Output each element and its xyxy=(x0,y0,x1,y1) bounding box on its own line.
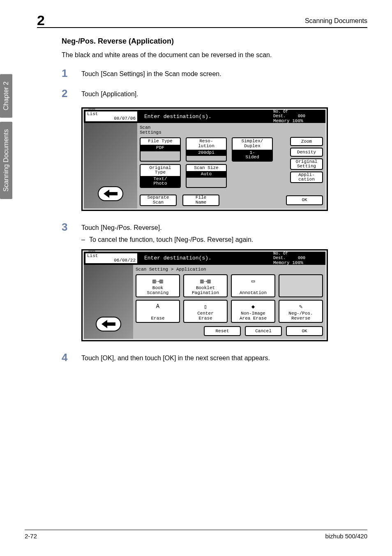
arrow-left-icon xyxy=(104,190,118,198)
back-arrow-button[interactable] xyxy=(96,317,121,331)
application-button[interactable]: Appli- cation xyxy=(290,171,323,183)
density-button[interactable]: Density xyxy=(290,148,323,157)
intro-paragraph: The black and white areas of the documen… xyxy=(62,51,367,60)
file-name-button[interactable]: File Name xyxy=(182,195,219,206)
lcd-panel-application: Job List 06/08/2215:09 Enter destination… xyxy=(81,249,328,341)
booklet-pagination-label: Booklet Pagination xyxy=(192,286,219,295)
job-list-label: Job List xyxy=(87,249,137,258)
neg-pos-reverse-icon: ✎ xyxy=(299,303,302,310)
side-tabs: Chapter 2 Scanning Documents xyxy=(0,74,18,203)
product-name: bizhub 500/420 xyxy=(325,533,367,540)
step-number: 4 xyxy=(62,351,81,364)
center-erase-button[interactable]: ▯ Center Erase xyxy=(183,300,228,323)
back-arrow-button[interactable] xyxy=(98,186,123,201)
lcd-panel-scan-settings: Job List 08/07/0622:17 Enter destination… xyxy=(81,107,328,211)
step-text: Touch [Application]. xyxy=(81,87,138,99)
substep-text: To cancel the function, touch [Neg-/Pos.… xyxy=(89,236,253,243)
non-image-area-erase-icon: ◆ xyxy=(251,303,255,310)
original-setting-button[interactable]: Original Setting xyxy=(290,158,323,170)
center-erase-icon: ▯ xyxy=(204,303,207,310)
book-scanning-button[interactable]: ▥→▥ Book Scanning xyxy=(136,274,180,297)
substep: –To cancel the function, touch [Neg-/Pos… xyxy=(81,236,367,243)
no-of-dest-label: No. Of Dest. 000 xyxy=(273,251,305,260)
scan-size-button[interactable]: Scan Size Auto xyxy=(186,164,227,188)
erase-label: Erase xyxy=(151,316,164,321)
side-tab-section: Scanning Documents xyxy=(0,122,12,199)
step-number: 2 xyxy=(62,87,81,100)
arrow-left-icon xyxy=(101,320,115,328)
scan-size-label: Scan Size xyxy=(187,165,226,171)
status-message: Enter destination(s). xyxy=(138,252,272,264)
no-of-dest-label: No. Of Dest. 000 xyxy=(273,109,305,118)
chapter-number: 2 xyxy=(37,12,45,28)
breadcrumb: Scan Setting > Application xyxy=(136,267,323,272)
duplex-button[interactable]: Simplex/ Duplex 1- Sided xyxy=(232,137,273,161)
original-type-label: Original Type xyxy=(141,165,180,176)
neg-pos-reverse-button[interactable]: ✎ Neg-/Pos. Reverse xyxy=(279,300,323,323)
separate-scan-button[interactable]: Separate Scan xyxy=(140,195,177,206)
cancel-button[interactable]: Cancel xyxy=(245,326,282,336)
job-list-button[interactable]: Job List 08/07/0622:17 xyxy=(85,111,138,122)
original-type-value: Text/ Photo xyxy=(141,176,180,187)
annotation-icon: ▭ xyxy=(251,278,255,285)
annotation-label: Annotation xyxy=(240,291,267,296)
book-scanning-label: Book Scanning xyxy=(147,286,169,295)
step-number: 1 xyxy=(62,67,81,80)
job-list-label: Job List xyxy=(87,107,137,116)
section-heading: Neg-/Pos. Reverse (Application) xyxy=(62,37,367,46)
book-scanning-icon: ▥→▥ xyxy=(152,278,163,285)
non-image-area-erase-button[interactable]: ◆ Non-Image Area Erase xyxy=(231,300,275,323)
center-erase-label: Center Erase xyxy=(197,311,214,321)
ok-button[interactable]: OK xyxy=(286,195,323,205)
erase-icon: A xyxy=(156,303,159,310)
non-image-area-erase-label: Non-Image Area Erase xyxy=(240,311,267,321)
booklet-pagination-icon: ▥→▥ xyxy=(200,278,210,285)
neg-pos-reverse-label: Neg-/Pos. Reverse xyxy=(288,311,313,321)
step-text: Touch [OK], and then touch [OK] in the n… xyxy=(81,351,270,363)
resolution-button[interactable]: Reso- lution 200dpi xyxy=(186,137,227,161)
job-list-button[interactable]: Job List 06/08/2215:09 xyxy=(85,253,138,264)
reset-button[interactable]: Reset xyxy=(204,326,241,336)
step-number: 3 xyxy=(62,221,81,234)
page-footer: 2-72 bizhub 500/420 xyxy=(25,530,367,540)
annotation-button[interactable]: ▭ Annotation xyxy=(231,274,275,297)
erase-button[interactable]: A Erase xyxy=(136,300,180,323)
scan-size-value: Auto xyxy=(187,171,226,178)
side-tab-chapter: Chapter 2 xyxy=(0,74,12,118)
zoom-button[interactable]: Zoom xyxy=(290,137,323,146)
file-type-button[interactable]: File Type PDF xyxy=(140,137,181,161)
scan-settings-label: Scan Settings xyxy=(140,125,323,135)
resolution-label: Reso- lution xyxy=(187,138,226,149)
duplex-value: 1- Sided xyxy=(233,150,272,161)
app-blank xyxy=(279,274,323,297)
booklet-pagination-button[interactable]: ▥→▥ Booklet Pagination xyxy=(183,274,228,297)
ok-button[interactable]: OK xyxy=(286,326,323,336)
header-rule xyxy=(37,27,367,28)
step-text: Touch [Neg-/Pos. Reverse]. xyxy=(81,221,162,232)
duplex-label: Simplex/ Duplex xyxy=(233,138,272,149)
file-type-label: File Type xyxy=(141,138,180,145)
resolution-value: 200dpi xyxy=(187,150,226,156)
file-type-value: PDF xyxy=(141,145,180,151)
original-type-button[interactable]: Original Type Text/ Photo xyxy=(140,164,181,188)
step-text: Touch [Scan Settings] in the Scan mode s… xyxy=(81,67,221,79)
running-header: Scanning Documents xyxy=(305,17,367,25)
status-message: Enter destination(s). xyxy=(138,110,272,123)
page-number: 2-72 xyxy=(25,533,37,540)
